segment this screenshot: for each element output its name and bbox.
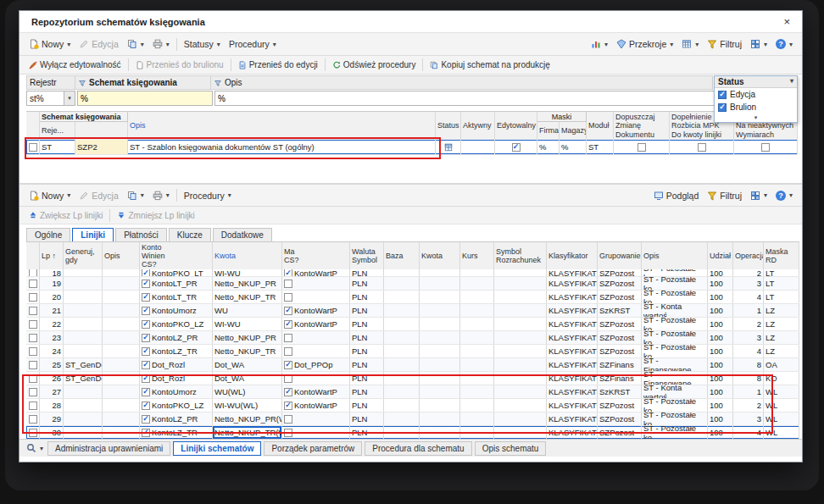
cell-maska[interactable]: LT [764,277,799,290]
cell-kwota2[interactable] [420,304,460,317]
cell-ma[interactable] [282,426,350,439]
cell-baza[interactable] [384,291,420,303]
table-row[interactable]: 18KontoPKO_LTWI-WUKontoWartPPLNKLASYFIKA… [26,269,799,277]
lines-copy-button[interactable]: ▾ [123,189,148,202]
col-opis2[interactable]: Opis [642,242,708,270]
cell-kurs[interactable] [460,277,494,290]
cell-klas[interactable]: KLASYFIKATC [547,426,598,439]
cell-klas[interactable]: KLASYFIKATC [547,277,598,290]
table-row[interactable]: 19KontoLT_PRNetto_NKUP_PRPLNKLASYFIKATCS… [26,277,799,291]
cell-kurs[interactable] [460,399,494,412]
bottom-tab-opis[interactable]: Opis schematu [475,441,547,456]
cell-sym[interactable] [494,358,547,371]
cell-ma[interactable] [282,277,350,290]
table-row[interactable]: 26ST_GenDotDot_RozlDot_WAPLNKLASYFIKATCS… [26,372,799,385]
cell-lp[interactable]: 22 [40,318,64,330]
cell-oper[interactable]: 1 [733,385,764,398]
cell-oper[interactable]: 1 [733,304,764,317]
cell-sel[interactable] [26,358,40,371]
decrease-lp-button[interactable]: Zmniejsz Lp linijki [113,209,198,222]
checkbox[interactable] [29,388,37,396]
cell-opis[interactable]: ST - Szablon księgowania dokumentów ST (… [128,140,436,154]
cell-opis[interactable] [103,345,140,357]
lines-procedures-button[interactable]: Procedury▾ [180,189,236,202]
tab-platnosci[interactable]: Płatności [115,228,167,241]
cell-kwota2[interactable] [420,269,460,276]
cell-klas[interactable]: KLASYFIKATC [547,304,598,317]
cell-konto[interactable]: KontoLZ_TR [140,426,213,439]
lines-layout-button[interactable]: ▾ [746,189,771,202]
col-gen[interactable]: Generuj, gdy [64,242,103,270]
checkbox[interactable] [29,269,37,276]
cell-opis2[interactable]: ST - Pozostałe ko [642,399,708,412]
cell-sel[interactable] [26,345,40,357]
schema-row[interactable]: ST SZP2 ST - Szablon księgowania dokumen… [26,140,798,155]
table-row[interactable]: 23KontoLZ_PRNetto_NKUP_PRPLNKLASYFIKATCS… [26,331,799,345]
cell-opis[interactable] [103,413,140,425]
checkbox[interactable] [29,347,37,356]
col-select[interactable] [26,112,40,141]
cell-ma[interactable]: KontoWartP [282,385,350,398]
col-konto[interactable]: Konto Winien CS? [140,242,213,270]
lines-filter-button[interactable]: Filtruj [703,189,746,202]
cell-baza[interactable] [384,372,420,385]
cell-opis[interactable] [103,304,140,317]
filter-header-schemat[interactable]: Schemat księgowania [75,75,211,90]
cell-oper[interactable]: 3 [733,413,764,425]
col-kwota[interactable]: Kwota [213,242,282,270]
cell-grup[interactable]: SZPozost [598,269,642,276]
col-udz[interactable]: Udział [708,242,733,270]
cell-sym[interactable] [494,331,547,344]
cell-opis2[interactable]: ST - Pozostałe ko [642,269,708,276]
checkbox-checked[interactable] [284,307,292,315]
cell-lp[interactable]: 26 [40,372,64,385]
checkbox[interactable] [698,143,706,152]
schemat-filter-input[interactable] [77,91,213,106]
cell-konto[interactable]: KontoLT_PR [140,277,213,290]
cell-konto[interactable]: KontoLZ_PR [140,331,213,344]
rejestr-filter-select[interactable]: st% ▾ [26,91,75,106]
cell-opis[interactable] [103,331,140,344]
table-row[interactable]: 29KontoLZ_PRNetto_NKUP_PR(WL)PLNKLASYFIK… [26,413,799,426]
cell-gen[interactable]: ST_GenDot [64,372,103,385]
cell-opis2[interactable]: ST - Pozostałe ko [642,318,708,330]
cell-udz[interactable]: 100 [708,372,733,385]
cell-kurs[interactable] [460,413,494,425]
cell-wal[interactable]: PLN [350,318,384,330]
cell-opis2[interactable]: ST - Konta wartoś [642,385,708,398]
cell-udz[interactable]: 100 [708,385,733,398]
preview-button[interactable]: Podgląd [649,189,704,202]
cell-grup[interactable]: SzKRST [598,304,642,317]
tab-dodatkowe[interactable]: Dodatkowe [213,228,272,241]
cell-baza[interactable] [384,345,420,357]
cell-klas[interactable]: KLASYFIKATC [547,345,598,357]
cell-dopelnienie[interactable] [670,140,734,154]
cell-lp[interactable]: 23 [40,331,64,344]
cell-select[interactable] [26,140,40,154]
cell-gen[interactable] [64,304,103,317]
cell-opis[interactable] [103,385,140,398]
cell-grup[interactable]: SZPozost [598,291,642,303]
cell-gen[interactable] [64,345,103,357]
sections-button[interactable]: Przekroje▾ [612,37,677,51]
cell-sel[interactable] [26,277,40,290]
checkbox-checked[interactable] [142,388,150,396]
disable-editability-button[interactable]: Wyłącz edytowalność [25,58,125,71]
opis-filter-input[interactable] [214,91,716,106]
refresh-procedures-button[interactable]: Odśwież procedury [328,58,420,71]
lines-print-button[interactable]: ▾ [148,189,174,202]
checkbox-checked[interactable] [142,293,150,302]
cell-maska[interactable]: LZ [764,318,799,330]
cell-sym[interactable] [494,304,547,317]
cell-gen[interactable] [64,399,103,412]
cell-ma[interactable]: KontoWartP [282,304,350,317]
cell-klas[interactable]: KLASYFIKATC [547,358,598,371]
cell-konto[interactable]: KontoUmorz [140,304,213,317]
cell-opis2[interactable]: ST - Konta wartoś [642,304,708,317]
cell-grup[interactable]: SZPozost [598,345,642,357]
cell-ma[interactable]: Dot_PPOp [282,358,350,371]
cell-opis2[interactable]: ST - Pozostałe ko [642,291,708,303]
checkbox[interactable] [284,374,292,383]
checkbox[interactable] [29,415,37,424]
cell-sym[interactable] [494,426,547,439]
